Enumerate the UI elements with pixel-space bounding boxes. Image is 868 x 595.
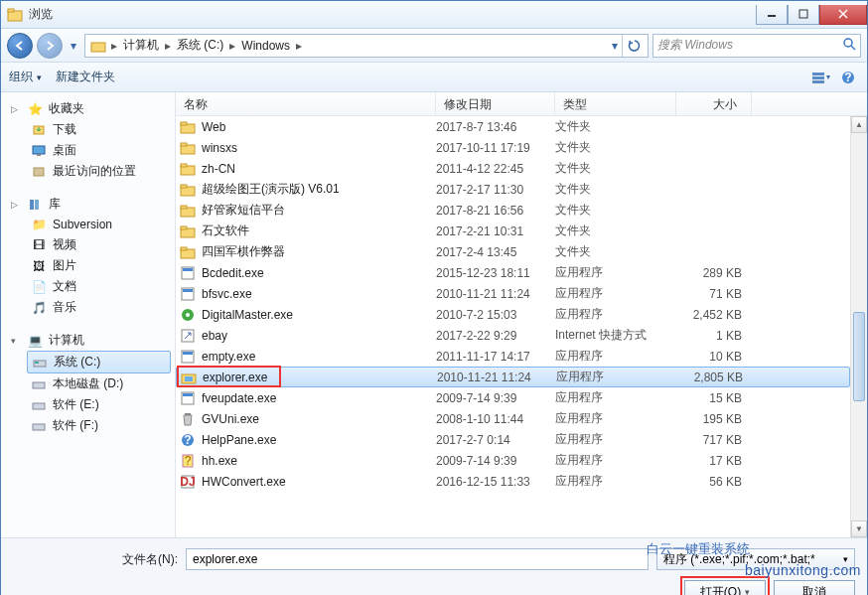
- file-type: 文件夹: [555, 139, 676, 156]
- new-folder-button[interactable]: 新建文件夹: [56, 69, 115, 85]
- file-date: 2016-12-15 11:33: [436, 475, 555, 489]
- file-size: 71 KB: [676, 287, 752, 301]
- file-row[interactable]: DJHWConvert.exe2016-12-15 11:33应用程序56 KB: [176, 471, 850, 492]
- sidebar-item-drive-c[interactable]: 系统 (C:): [27, 351, 171, 373]
- sidebar-computer[interactable]: ▾💻计算机: [1, 330, 175, 351]
- exe-icon: [180, 286, 196, 302]
- help-button[interactable]: ?: [837, 67, 859, 88]
- view-options-button[interactable]: ▾: [809, 67, 831, 88]
- file-type: 应用程序: [555, 389, 676, 406]
- sidebar-item-videos[interactable]: 🎞视频: [1, 234, 175, 255]
- sidebar-item-drive-f[interactable]: 软件 (F:): [1, 415, 175, 436]
- column-name[interactable]: 名称: [176, 92, 436, 115]
- cancel-button[interactable]: 取消: [774, 580, 855, 595]
- exe-icon: [180, 349, 196, 365]
- file-row[interactable]: empty.exe2011-11-17 14:17应用程序10 KB: [176, 346, 850, 367]
- file-size: 717 KB: [676, 433, 752, 447]
- file-list[interactable]: Web2017-8-7 13:46文件夹winsxs2017-10-11 17:…: [176, 116, 850, 537]
- breadcrumb-dropdown-icon[interactable]: ▾: [608, 35, 622, 57]
- sidebar-item-pictures[interactable]: 🖼图片: [1, 255, 175, 276]
- svg-rect-47: [183, 352, 193, 355]
- chevron-right-icon: ▸: [163, 39, 173, 53]
- sidebar-item-subversion[interactable]: 📁Subversion: [1, 215, 175, 234]
- sidebar-item-music[interactable]: 🎵音乐: [1, 297, 175, 318]
- file-date: 2010-11-21 11:24: [436, 287, 555, 301]
- file-name: hh.exe: [202, 454, 237, 468]
- file-row[interactable]: ?hh.exe2009-7-14 9:39应用程序17 KB: [176, 450, 850, 471]
- file-row[interactable]: GVUni.exe2008-1-10 11:44应用程序195 KB: [176, 408, 850, 429]
- file-name: 四国军棋作弊器: [202, 243, 285, 260]
- sidebar-item-documents[interactable]: 📄文档: [1, 276, 175, 297]
- sidebar-libraries[interactable]: ▷库: [1, 194, 175, 215]
- file-row[interactable]: bfsvc.exe2010-11-21 11:24应用程序71 KB: [176, 283, 850, 304]
- file-row[interactable]: 石文软件2017-2-21 10:31文件夹: [176, 221, 850, 241]
- file-row[interactable]: 四国军棋作弊器2017-2-4 13:45文件夹: [176, 241, 850, 262]
- svg-rect-15: [33, 146, 45, 154]
- file-date: 2017-2-21 10:31: [436, 224, 555, 238]
- scroll-down-icon[interactable]: ▼: [851, 521, 867, 537]
- file-size: 289 KB: [676, 266, 752, 280]
- breadcrumb-segment[interactable]: 系统 (C:): [173, 35, 227, 57]
- file-type: 应用程序: [555, 410, 676, 427]
- scroll-up-icon[interactable]: ▲: [851, 116, 867, 133]
- close-button[interactable]: [819, 5, 867, 25]
- navbar: ▾ ▸ 计算机 ▸ 系统 (C:) ▸ Windows ▸ ▾ 搜索 Windo…: [1, 29, 867, 63]
- file-row[interactable]: zh-CN2011-4-12 22:45文件夹: [176, 158, 850, 179]
- svg-rect-40: [183, 268, 193, 271]
- file-row[interactable]: 好管家短信平台2017-8-21 16:56文件夹: [176, 200, 850, 221]
- drive-icon: [32, 355, 48, 371]
- drive-icon: [31, 397, 47, 413]
- folder-icon: [180, 140, 196, 156]
- breadcrumb-segment[interactable]: 计算机: [119, 35, 163, 57]
- file-row[interactable]: 超级绘图王(演示版) V6.012017-2-17 11:30文件夹: [176, 179, 850, 200]
- file-row[interactable]: Bcdedit.exe2015-12-23 18:11应用程序289 KB: [176, 262, 850, 283]
- forward-button[interactable]: [37, 33, 63, 59]
- column-headers: 名称 修改日期 类型 大小: [176, 92, 867, 116]
- scrollbar-thumb[interactable]: [853, 312, 865, 401]
- open-button[interactable]: 打开(O)▾: [684, 580, 766, 595]
- folder-icon: [180, 182, 196, 198]
- file-date: 2011-11-17 14:17: [436, 350, 555, 364]
- file-row[interactable]: DigitalMaster.exe2010-7-2 15:03应用程序2,452…: [176, 304, 850, 325]
- search-placeholder: 搜索 Windows: [657, 37, 733, 54]
- scrollbar-vertical[interactable]: ▲ ▼: [850, 116, 867, 537]
- back-button[interactable]: [7, 33, 33, 59]
- column-date[interactable]: 修改日期: [436, 92, 555, 115]
- refresh-button[interactable]: [622, 35, 646, 57]
- folder-icon: [180, 161, 196, 177]
- breadcrumb[interactable]: ▸ 计算机 ▸ 系统 (C:) ▸ Windows ▸ ▾: [84, 34, 649, 58]
- minimize-button[interactable]: [756, 5, 788, 25]
- file-name: zh-CN: [202, 162, 235, 176]
- download-icon: [31, 122, 47, 138]
- sidebar-item-downloads[interactable]: 下载: [1, 119, 175, 140]
- file-row[interactable]: explorer.exe2010-11-21 11:24应用程序2,805 KB: [176, 367, 850, 387]
- maximize-button[interactable]: [788, 5, 819, 25]
- svg-rect-3: [799, 10, 807, 18]
- file-row[interactable]: winsxs2017-10-11 17:19文件夹: [176, 137, 850, 158]
- file-type: 应用程序: [555, 348, 676, 365]
- file-row[interactable]: ?HelpPane.exe2017-2-7 0:14应用程序717 KB: [176, 429, 850, 450]
- file-row[interactable]: ebay2017-2-22 9:29Internet 快捷方式1 KB: [176, 325, 850, 346]
- sidebar-item-drive-d[interactable]: 本地磁盘 (D:): [1, 373, 175, 394]
- documents-icon: 📄: [31, 279, 47, 295]
- file-row[interactable]: fveupdate.exe2009-7-14 9:39应用程序15 KB: [176, 387, 850, 408]
- svg-rect-1: [8, 9, 14, 12]
- column-type[interactable]: 类型: [555, 92, 676, 115]
- svg-text:?: ?: [844, 71, 851, 84]
- svg-rect-19: [35, 200, 39, 210]
- app-green-icon: [180, 307, 196, 323]
- organize-menu[interactable]: 组织▾: [9, 69, 42, 85]
- search-input[interactable]: 搜索 Windows: [652, 34, 861, 58]
- sidebar-favorites[interactable]: ▷⭐收藏夹: [1, 98, 175, 119]
- file-row[interactable]: Web2017-8-7 13:46文件夹: [176, 116, 850, 137]
- sidebar-item-drive-e[interactable]: 软件 (E:): [1, 394, 175, 415]
- filename-input[interactable]: [186, 548, 649, 570]
- svg-rect-42: [183, 289, 193, 292]
- sidebar-item-recent[interactable]: 最近访问的位置: [1, 161, 175, 182]
- breadcrumb-segment[interactable]: Windows: [237, 35, 294, 57]
- column-size[interactable]: 大小: [676, 92, 752, 115]
- drive-icon: [31, 418, 47, 434]
- svg-line-8: [851, 46, 855, 50]
- history-dropdown-icon[interactable]: ▾: [67, 35, 80, 57]
- sidebar-item-desktop[interactable]: 桌面: [1, 140, 175, 161]
